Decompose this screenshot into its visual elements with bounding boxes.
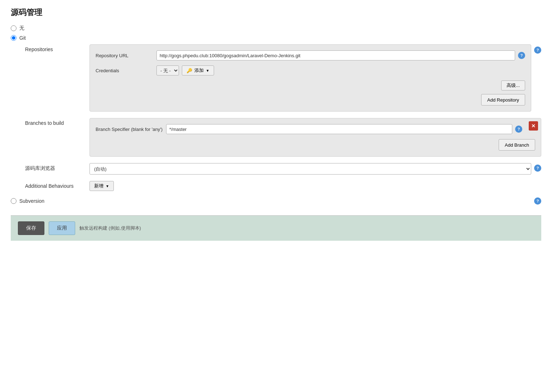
source-browser-help-icon[interactable]: ? <box>534 165 541 172</box>
key-icon: 🔑 <box>187 68 192 73</box>
source-browser-section: 源码库浏览器 (自动) ? <box>25 163 541 175</box>
footer-bar: 保存 应用 触发远程构建 (例如,使用脚本) <box>11 215 541 241</box>
source-browser-label: 源码库浏览器 <box>25 163 89 172</box>
subversion-help-icon[interactable]: ? <box>534 197 541 205</box>
page-container: 源码管理 无 Git Repositories Repository URL ? <box>0 0 552 392</box>
radio-row-git: Git <box>11 35 541 41</box>
credentials-row: Credentials - 无 - 🔑 添加 ▼ <box>96 65 525 75</box>
radio-row-none: 无 <box>11 25 541 31</box>
radio-row-subversion: Subversion <box>11 198 44 204</box>
add-behaviour-button[interactable]: 新增 ▼ <box>89 181 114 191</box>
page-title: 源码管理 <box>11 7 541 18</box>
branch-specifier-input[interactable] <box>166 124 512 134</box>
repo-url-label: Repository URL <box>96 53 156 58</box>
branches-label: Branches to build <box>25 118 89 126</box>
radio-subversion-label: Subversion <box>19 198 44 204</box>
add-behaviour-label: 新增 <box>94 183 103 189</box>
credentials-label: Credentials <box>96 68 156 73</box>
branch-specifier-help-icon[interactable]: ? <box>515 126 522 133</box>
repositories-section: Repositories Repository URL ? Credential… <box>25 44 541 112</box>
repositories-box: Repository URL ? Credentials - 无 - 🔑 添加 <box>89 44 531 112</box>
repo-url-help-icon[interactable]: ? <box>518 52 525 59</box>
radio-subversion[interactable] <box>11 198 16 204</box>
behaviour-dropdown-arrow: ▼ <box>106 184 109 188</box>
repo-url-input[interactable] <box>156 50 515 60</box>
repositories-help-icon[interactable]: ? <box>534 46 541 54</box>
delete-branch-button[interactable]: ✕ <box>529 121 538 131</box>
repo-url-row: Repository URL ? <box>96 50 525 60</box>
cred-dropdown-arrow: ▼ <box>206 69 209 73</box>
delete-icon: ✕ <box>531 123 536 129</box>
radio-none-label: 无 <box>19 25 24 31</box>
credentials-select[interactable]: - 无 - <box>156 65 179 75</box>
additional-behaviours-label: Additional Behaviours <box>25 181 89 189</box>
add-repo-row: Add Repository <box>96 94 525 106</box>
branches-section: Branches to build ✕ Branch Specifier (bl… <box>25 118 541 157</box>
branches-content: ✕ Branch Specifier (blank for 'any') ? A… <box>89 118 541 157</box>
advanced-button[interactable]: 高级... <box>501 80 525 90</box>
branch-specifier-row: Branch Specifier (blank for 'any') ? <box>96 124 535 134</box>
radio-git[interactable] <box>11 35 16 41</box>
repositories-content: Repository URL ? Credentials - 无 - 🔑 添加 <box>89 44 531 112</box>
repo-action-row: 高级... <box>96 80 525 90</box>
radio-none[interactable] <box>11 25 16 31</box>
add-repository-button[interactable]: Add Repository <box>481 94 525 106</box>
branch-specifier-label: Branch Specifier (blank for 'any') <box>96 127 166 132</box>
apply-button[interactable]: 应用 <box>49 221 75 235</box>
additional-behaviours-section: Additional Behaviours 新增 ▼ <box>25 181 541 191</box>
radio-git-label: Git <box>19 35 26 41</box>
git-settings: Repositories Repository URL ? Credential… <box>25 44 541 191</box>
subversion-row: Subversion ? <box>11 197 541 205</box>
save-button[interactable]: 保存 <box>18 221 44 235</box>
add-credentials-button[interactable]: 🔑 添加 ▼ <box>182 65 214 75</box>
source-browser-select[interactable]: (自动) <box>89 163 531 175</box>
trigger-hint: 触发远程构建 (例如,使用脚本) <box>79 225 141 231</box>
add-cred-label: 添加 <box>194 67 204 74</box>
additional-behaviours-content: 新增 ▼ <box>89 181 541 191</box>
repositories-label: Repositories <box>25 44 89 52</box>
branch-box: ✕ Branch Specifier (blank for 'any') ? A… <box>89 118 541 157</box>
source-browser-content: (自动) <box>89 163 531 175</box>
add-branch-row: Add Branch <box>96 139 535 151</box>
add-branch-button[interactable]: Add Branch <box>499 139 535 151</box>
